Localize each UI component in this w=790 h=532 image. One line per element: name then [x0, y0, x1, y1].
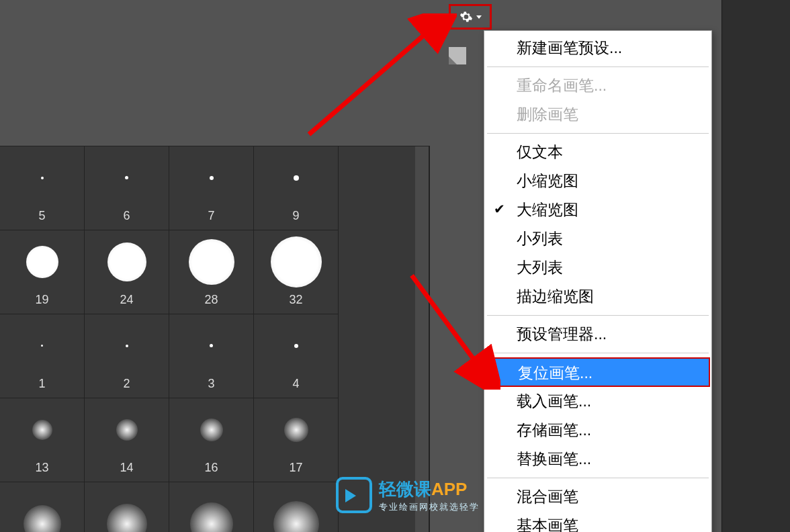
brush-preset-cell[interactable]: [0, 482, 85, 532]
brush-settings-menu: 新建画笔预设... 重命名画笔... 删除画笔 仅文本 小缩览图 ✔ 大缩览图 …: [484, 30, 712, 532]
watermark-title: 轻微课APP: [379, 478, 480, 501]
watermark: 轻微课APP 专业绘画网校就选轻学: [336, 477, 480, 513]
brush-preset-cell[interactable]: 13: [0, 398, 85, 482]
brush-size-label: 9: [292, 209, 299, 230]
menu-large-thumbnail-label: 大缩览图: [517, 201, 578, 218]
gear-highlight-box: [449, 4, 492, 30]
scrollbar-track[interactable]: [415, 146, 429, 532]
brush-preview: [254, 314, 338, 377]
menu-load-brushes[interactable]: 载入画笔...: [484, 387, 711, 416]
brush-size-label: 4: [292, 377, 299, 398]
brush-size-label: 2: [123, 377, 130, 398]
brush-size-label: 17: [289, 461, 302, 482]
menu-separator: [487, 478, 709, 478]
brush-shape: [41, 345, 43, 347]
gear-icon[interactable]: [459, 9, 474, 24]
brush-preview: [0, 314, 84, 377]
brush-preview: [169, 482, 253, 532]
watermark-text: 轻微课APP 专业绘画网校就选轻学: [379, 478, 480, 513]
brush-shape: [26, 246, 58, 278]
brush-size-label: 14: [120, 461, 133, 482]
menu-separator: [487, 315, 709, 316]
brush-preset-cell[interactable]: 28: [169, 230, 254, 314]
brush-shape: [200, 418, 223, 441]
brush-preview: [0, 230, 84, 293]
brush-preview: [169, 314, 253, 377]
brush-preview: [0, 398, 84, 461]
brush-preview: [169, 146, 253, 209]
menu-new-brush-preset[interactable]: 新建画笔预设...: [484, 34, 711, 62]
brush-size-label: 24: [120, 293, 133, 314]
brush-shape: [271, 236, 322, 287]
panel-collapse-icon[interactable]: [449, 47, 466, 64]
menu-small-list[interactable]: 小列表: [484, 224, 711, 253]
watermark-logo-icon: [336, 477, 372, 513]
menu-stroke-thumbnail[interactable]: 描边缩览图: [484, 282, 711, 311]
brush-preset-cell[interactable]: 17: [254, 398, 339, 482]
brush-preview: [0, 146, 84, 209]
brush-shape: [126, 345, 128, 347]
brush-shape: [32, 420, 52, 440]
brush-size-label: 6: [123, 209, 130, 230]
menu-small-thumbnail[interactable]: 小缩览图: [484, 167, 711, 195]
brush-preset-cell[interactable]: 1: [0, 314, 85, 398]
menu-text-only[interactable]: 仅文本: [484, 138, 711, 167]
svg-line-1: [309, 24, 437, 134]
watermark-title-cn: 轻微课: [379, 479, 431, 499]
brush-presets-panel: 567919242832123413141617: [0, 146, 430, 532]
brush-size-label: 16: [204, 461, 218, 482]
checkmark-icon: ✔: [494, 201, 505, 217]
brush-grid: 567919242832123413141617: [0, 146, 429, 532]
brush-preset-cell[interactable]: 5: [0, 146, 85, 230]
brush-preset-cell[interactable]: [254, 482, 339, 532]
menu-reset-brushes[interactable]: 复位画笔...: [486, 357, 710, 387]
brush-preview: [169, 230, 253, 293]
brush-size-label: 28: [204, 293, 218, 314]
watermark-subtitle: 专业绘画网校就选轻学: [379, 501, 480, 513]
brush-preset-cell[interactable]: 16: [169, 398, 254, 482]
brush-preset-cell[interactable]: 2: [85, 314, 169, 398]
brush-preset-cell[interactable]: 3: [169, 314, 254, 398]
brush-shape: [294, 175, 299, 181]
right-panel-strip: [721, 0, 790, 532]
menu-large-thumbnail[interactable]: ✔ 大缩览图: [484, 195, 711, 224]
menu-reset-brushes-wrapper[interactable]: 复位画笔...: [484, 357, 711, 387]
dropdown-caret-icon: [476, 15, 482, 19]
brush-preview: [85, 314, 169, 377]
brush-preview: [85, 398, 169, 461]
brush-size-label: 13: [35, 461, 48, 482]
brush-preset-cell[interactable]: 4: [254, 314, 339, 398]
brush-preset-cell[interactable]: 24: [85, 230, 169, 314]
brush-preset-cell[interactable]: [169, 482, 254, 532]
brush-preset-cell[interactable]: 14: [85, 398, 169, 482]
menu-mixed-brushes[interactable]: 混合画笔: [484, 482, 711, 511]
brush-size-label: 1: [38, 377, 45, 398]
menu-large-list[interactable]: 大列表: [484, 253, 711, 282]
brush-preset-cell[interactable]: 9: [254, 146, 339, 230]
brush-shape: [294, 344, 298, 348]
brush-shape: [210, 176, 214, 180]
brush-size-label: 32: [289, 293, 302, 314]
brush-shape: [107, 242, 146, 281]
brush-preset-cell[interactable]: 6: [85, 146, 169, 230]
brush-preset-cell[interactable]: 7: [169, 146, 254, 230]
brush-preset-cell[interactable]: 32: [254, 230, 339, 314]
brush-preset-cell[interactable]: [85, 482, 169, 532]
brush-preview: [254, 398, 338, 461]
menu-save-brushes[interactable]: 存储画笔...: [484, 416, 711, 445]
brush-preview: [0, 482, 84, 532]
brush-shape: [116, 419, 138, 441]
menu-delete-brush: 删除画笔: [484, 100, 711, 129]
menu-basic-brushes[interactable]: 基本画笔: [484, 511, 711, 532]
menu-replace-brushes[interactable]: 替换画笔...: [484, 445, 711, 474]
brush-preset-cell[interactable]: 19: [0, 230, 85, 314]
brush-preview: [85, 230, 169, 293]
watermark-title-en: APP: [431, 479, 467, 499]
brush-preview: [254, 230, 338, 293]
brush-shape: [284, 418, 308, 442]
brush-shape: [273, 501, 319, 532]
brush-preview: [85, 482, 169, 532]
menu-preset-manager[interactable]: 预设管理器...: [484, 320, 711, 349]
brush-size-label: 3: [208, 377, 214, 398]
annotation-arrow-to-gear: [296, 13, 457, 148]
